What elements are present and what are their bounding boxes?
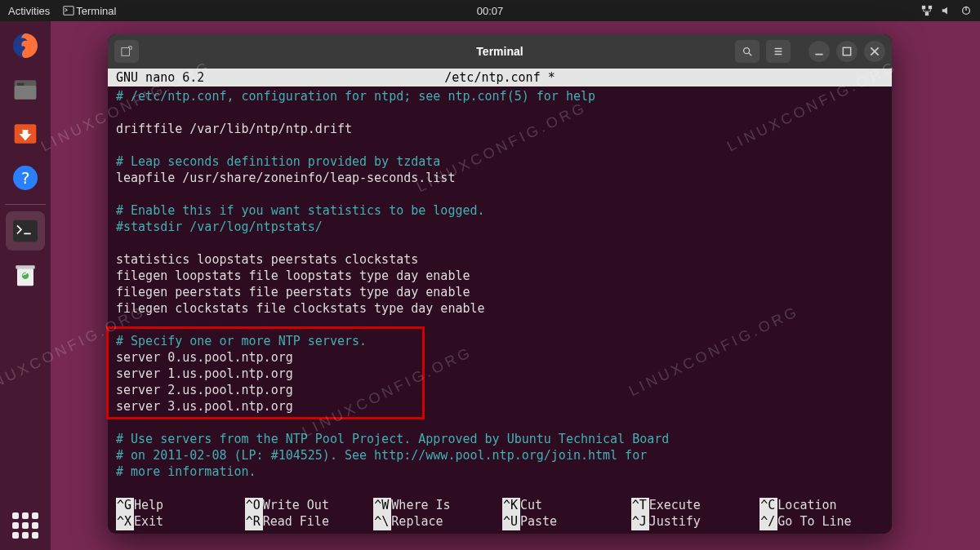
search-button[interactable] bbox=[735, 40, 760, 63]
terminal-icon bbox=[63, 5, 74, 16]
shortcut-key: ^C bbox=[760, 498, 777, 514]
terminal-content[interactable]: # /etc/ntp.conf, configuration for ntpd;… bbox=[108, 86, 892, 498]
text-line: server 1.us.pool.ntp.org bbox=[116, 366, 884, 382]
active-app-label: Terminal bbox=[76, 5, 116, 17]
dock-trash[interactable] bbox=[6, 255, 45, 295]
comment-line: #statsdir /var/log/ntpstats/ bbox=[116, 219, 884, 235]
text-line: leapfile /usr/share/zoneinfo/leap-second… bbox=[116, 170, 884, 186]
close-button[interactable] bbox=[864, 41, 885, 62]
shortcut: ^U Paste bbox=[502, 514, 626, 530]
text-line: server 0.us.pool.ntp.org bbox=[116, 349, 884, 366]
volume-icon[interactable] bbox=[941, 5, 952, 16]
text-line bbox=[116, 104, 884, 121]
shortcut: ^O Write Out bbox=[245, 498, 369, 514]
nano-shortcuts: ^G Help^O Write Out^W Where Is^K Cut^T E… bbox=[108, 498, 892, 534]
svg-point-17 bbox=[22, 273, 29, 279]
svg-point-19 bbox=[744, 48, 750, 54]
shortcut: ^W Where Is bbox=[373, 498, 497, 514]
svg-rect-2 bbox=[929, 6, 932, 9]
shortcut-key: ^J bbox=[631, 514, 649, 530]
dock-separator bbox=[5, 204, 46, 205]
svg-rect-9 bbox=[15, 86, 37, 100]
shortcut-key: ^O bbox=[245, 498, 263, 514]
active-app-indicator[interactable]: Terminal bbox=[63, 5, 116, 17]
minimize-button[interactable] bbox=[808, 41, 830, 62]
dock-firefox[interactable] bbox=[6, 26, 45, 65]
shortcut: ^/ Go To Line bbox=[760, 514, 884, 530]
text-line: statistics loopstats peerstats clockstat… bbox=[116, 251, 884, 268]
activities-button[interactable]: Activities bbox=[8, 5, 50, 17]
text-line bbox=[116, 415, 884, 431]
shortcut-key: ^G bbox=[116, 498, 134, 514]
dock-software[interactable] bbox=[6, 114, 45, 153]
text-line: server 2.us.pool.ntp.org bbox=[116, 382, 884, 398]
menu-button[interactable] bbox=[766, 40, 791, 63]
shortcut-key: ^T bbox=[631, 498, 649, 514]
svg-rect-25 bbox=[843, 47, 850, 55]
network-icon[interactable] bbox=[921, 5, 933, 16]
text-line: driftfile /var/lib/ntp/ntp.drift bbox=[116, 121, 884, 137]
titlebar: Terminal bbox=[108, 34, 892, 69]
maximize-button[interactable] bbox=[836, 41, 858, 62]
dock: ? bbox=[0, 21, 51, 550]
svg-text:?: ? bbox=[20, 168, 30, 188]
shortcut-label: Read File bbox=[263, 514, 329, 530]
comment-line: # Use servers from the NTP Pool Project.… bbox=[116, 431, 884, 447]
shortcut-key: ^/ bbox=[760, 514, 777, 530]
shortcut: ^X Exit bbox=[116, 514, 240, 530]
dock-help[interactable]: ? bbox=[6, 158, 45, 197]
svg-rect-13 bbox=[13, 220, 38, 242]
svg-line-20 bbox=[749, 53, 752, 56]
comment-line: # Specify one or more NTP servers. bbox=[116, 333, 884, 349]
shortcut-key: ^U bbox=[502, 514, 520, 530]
text-line bbox=[116, 317, 884, 333]
dock-terminal[interactable] bbox=[6, 211, 45, 251]
shortcut-label: Replace bbox=[391, 514, 443, 530]
svg-rect-8 bbox=[17, 83, 24, 86]
shortcut: ^C Location bbox=[760, 498, 884, 514]
shortcut-key: ^W bbox=[373, 498, 391, 514]
text-line: server 3.us.pool.ntp.org bbox=[116, 398, 884, 415]
text-line bbox=[116, 137, 884, 153]
svg-rect-1 bbox=[922, 6, 925, 9]
comment-line: # on 2011-02-08 (LP: #104525). See http:… bbox=[116, 447, 884, 464]
text-line bbox=[116, 235, 884, 251]
text-line bbox=[116, 186, 884, 202]
shortcut-label: Where Is bbox=[391, 498, 450, 514]
text-line: filegen loopstats file loopstats type da… bbox=[116, 268, 884, 284]
shortcut: ^\ Replace bbox=[373, 514, 497, 530]
terminal-window: Terminal GNU nano 6.2 /etc/ntp.conf * # … bbox=[108, 34, 892, 534]
power-icon[interactable] bbox=[960, 5, 972, 16]
shortcut-key: ^\ bbox=[373, 514, 391, 530]
dock-files[interactable] bbox=[6, 70, 45, 109]
shortcut-label: Write Out bbox=[263, 498, 329, 514]
comment-line: # Leap seconds definition provided by tz… bbox=[116, 153, 884, 170]
nano-version: GNU nano 6.2 bbox=[116, 69, 204, 86]
shortcut: ^R Read File bbox=[245, 514, 369, 530]
clock[interactable]: 00:07 bbox=[477, 5, 504, 17]
shortcut-label: Location bbox=[777, 498, 836, 514]
svg-rect-16 bbox=[16, 265, 34, 268]
shortcut-key: ^K bbox=[502, 498, 520, 514]
shortcut: ^G Help bbox=[116, 498, 240, 514]
shortcut-key: ^R bbox=[245, 514, 263, 530]
shortcut-label: Execute bbox=[649, 498, 701, 514]
comment-line: # Enable this if you want statistics to … bbox=[116, 202, 884, 219]
shortcut-label: Go To Line bbox=[777, 514, 851, 530]
svg-rect-18 bbox=[122, 48, 130, 56]
nano-header: GNU nano 6.2 /etc/ntp.conf * bbox=[108, 69, 892, 86]
shortcut-label: Cut bbox=[520, 498, 542, 514]
new-tab-button[interactable] bbox=[114, 40, 139, 63]
comment-line: # more information. bbox=[116, 464, 884, 480]
dock-app-grid[interactable] bbox=[6, 506, 45, 545]
gnome-topbar: Activities Terminal 00:07 bbox=[0, 0, 980, 21]
svg-rect-0 bbox=[64, 7, 74, 16]
shortcut-label: Paste bbox=[520, 514, 557, 530]
shortcut-key: ^X bbox=[116, 514, 134, 530]
shortcut-label: Justify bbox=[649, 514, 701, 530]
shortcut-label: Exit bbox=[134, 514, 163, 530]
shortcut-label: Help bbox=[134, 498, 163, 514]
text-line: filegen clockstats file clockstats type … bbox=[116, 300, 884, 317]
shortcut: ^T Execute bbox=[631, 498, 755, 514]
shortcut: ^K Cut bbox=[502, 498, 626, 514]
